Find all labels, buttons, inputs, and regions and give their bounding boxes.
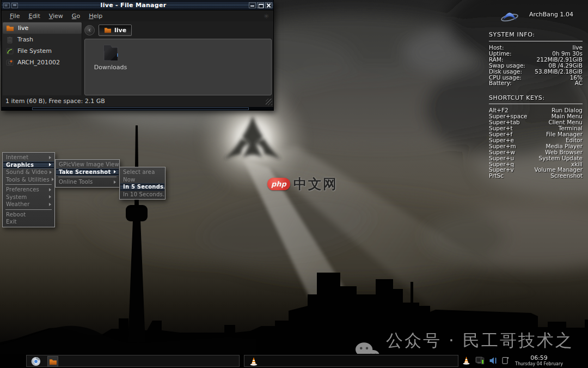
sysinfo-row: Disk usage:53.8MiB/2.18GiB [489, 69, 583, 75]
close-button[interactable] [265, 2, 272, 8]
archbang-logo [500, 5, 519, 23]
vlc-tray-icon[interactable] [462, 356, 471, 365]
submenu-arrow-icon [49, 188, 51, 191]
file-manager-window: live - File Manager File Edit View Go He… [1, 0, 274, 111]
status-text: 1 item (60 B), Free space: 2.1 GB [5, 98, 105, 105]
disc-volume-icon [6, 59, 14, 67]
submenu-arrow-icon [49, 156, 51, 159]
clipboard-tray-icon[interactable] [501, 356, 510, 365]
divider [489, 41, 583, 41]
submenu-arrow-icon [49, 203, 51, 206]
menu-file[interactable]: File [6, 11, 23, 21]
menu-item-take-screenshot[interactable]: Take Screenshot [56, 168, 119, 176]
php-logo-badge: php [267, 178, 290, 190]
desktop: php 中文网 公众号 · 民工哥技术之路 [0, 0, 588, 368]
scrollbar-handle[interactable] [32, 107, 249, 110]
menu-separator [58, 177, 117, 177]
window-title: live - File Manager [18, 2, 249, 9]
menu-edit[interactable]: Edit [24, 11, 44, 21]
breadcrumb-live-button[interactable]: live [99, 25, 132, 36]
toolbar: ‹ live [84, 23, 132, 37]
php-watermark-text: 中文网 [293, 175, 338, 193]
conky-brand: ArchBang 1.04 [500, 5, 583, 23]
filesystem-drive-icon [6, 47, 14, 55]
window-titlebar[interactable]: live - File Manager [2, 1, 273, 10]
menu-item-now[interactable]: Now [120, 176, 164, 184]
menu-item-preferences[interactable]: Preferences [3, 186, 54, 194]
shortcut-row: PrtScScreenshot [489, 173, 583, 179]
submenu-arrow-icon [114, 180, 116, 184]
folder-orange-icon [49, 358, 57, 365]
menu-item-exit[interactable]: Exit [3, 218, 54, 226]
menu-view[interactable]: View [45, 11, 67, 21]
sysinfo-row: Battery:AC [489, 80, 583, 86]
folder-orange-icon [104, 27, 112, 33]
back-button[interactable]: ‹ [84, 25, 95, 35]
vlc-task-icon[interactable] [249, 357, 259, 366]
php-watermark: php 中文网 [267, 175, 338, 193]
menu-item-graphics[interactable]: Graphics [3, 161, 54, 169]
menu-item-reboot[interactable]: Reboot [3, 211, 54, 219]
submenu-arrow-icon [50, 171, 52, 174]
taskbar-section-secondary [244, 355, 458, 367]
folder-orange-icon [6, 25, 14, 32]
menu-item-gpicview[interactable]: GPicView Image Viewer [56, 161, 119, 168]
menu-item-sound-video[interactable]: Sound & Video [3, 168, 54, 176]
taskbar: 06:59 Thursday 04 February [0, 354, 588, 368]
shortcut-keys-title: SHORTCUT KEYS: [489, 94, 583, 101]
screenshot-submenu: Select area Now In 5 Seconds... In 10 Se… [119, 167, 166, 200]
menu-item-in-5-seconds[interactable]: In 5 Seconds... [120, 183, 164, 191]
submenu-arrow-icon [114, 170, 116, 173]
place-file-system[interactable]: File System [3, 45, 82, 57]
menu-item-select-area[interactable]: Select area [120, 168, 164, 176]
folder-dark-icon [100, 44, 121, 62]
sysinfo-row: Swap usage:0B /4.29GiB [489, 63, 583, 69]
menu-item-tools-utilities[interactable]: Tools & Utilities [3, 176, 54, 184]
places-sidebar: live Trash File System [3, 22, 82, 95]
menu-item-system[interactable]: System [3, 194, 54, 201]
busy-spinner-icon: ✳ [264, 13, 269, 20]
trash-icon [6, 36, 14, 44]
shortcut-row: Super+wWeb Browser [489, 149, 583, 155]
clock: 06:59 Thursday 04 February [511, 355, 567, 366]
resize-grip[interactable] [266, 99, 272, 105]
maximize-button[interactable] [257, 2, 264, 8]
place-arch-volume[interactable]: ARCH_201002 [3, 57, 82, 68]
desktop-root-menu: Internet Graphics Sound & Video Tools & … [2, 152, 55, 227]
archbang-version-label: ArchBang 1.04 [529, 11, 573, 18]
menu-item-in-10-seconds[interactable]: In 10 Seconds... [120, 191, 164, 198]
menu-item-weather[interactable]: Weather [3, 201, 54, 208]
place-trash[interactable]: Trash [3, 34, 82, 45]
battery-monitor-tray-icon[interactable] [475, 356, 485, 365]
divider [489, 104, 583, 104]
horizontal-scrollbar[interactable] [2, 106, 273, 110]
graphics-submenu: GPicView Image Viewer Take Screenshot On… [55, 159, 120, 188]
clock-date: Thursday 04 February [511, 361, 567, 366]
shortcut-row: Super+uSystem Update [489, 155, 583, 161]
window-icon[interactable] [3, 3, 10, 8]
file-list-view[interactable]: Downloads [84, 39, 272, 95]
file-item-downloads[interactable]: Downloads [90, 44, 131, 71]
minimize-button[interactable] [249, 2, 256, 8]
chromium-browser-icon[interactable] [31, 357, 41, 366]
menu-separator [5, 184, 52, 185]
taskbar-section-main [26, 355, 240, 367]
statusbar: 1 item (60 B), Free space: 2.1 GB [2, 96, 273, 106]
menubar: File Edit View Go Help [2, 11, 273, 21]
system-info-title: SYSTEM INFO: [489, 31, 535, 38]
menu-item-internet[interactable]: Internet [3, 154, 54, 161]
submenu-arrow-icon [52, 178, 54, 181]
conky-panel: ArchBang 1.04 SYSTEM INFO: Host:live Upt… [489, 3, 583, 179]
taskbar-task-file-manager[interactable] [47, 356, 58, 367]
menu-go[interactable]: Go [68, 11, 84, 21]
submenu-arrow-icon [49, 163, 51, 166]
menu-help[interactable]: Help [85, 11, 106, 21]
window-menu-icon[interactable] [11, 3, 18, 8]
place-live[interactable]: live [3, 22, 82, 34]
breadcrumb-label: live [114, 27, 126, 34]
volume-tray-icon[interactable] [489, 356, 498, 365]
menu-separator [5, 209, 52, 210]
menu-item-online-tools[interactable]: Online Tools [56, 178, 119, 186]
submenu-arrow-icon [49, 195, 51, 198]
file-label: Downloads [94, 64, 127, 71]
